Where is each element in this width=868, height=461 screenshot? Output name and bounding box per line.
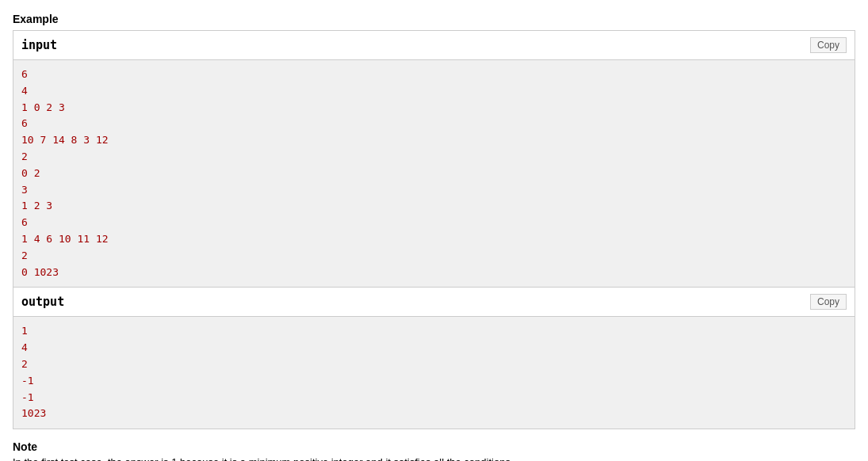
input-copy-button[interactable]: Copy — [810, 37, 847, 53]
note-text: In the first test case, the answer is 1 … — [13, 456, 855, 461]
example-label: Example — [13, 13, 855, 25]
output-section: output Copy 1 4 2 -1 -1 1023 — [13, 288, 855, 429]
output-copy-button[interactable]: Copy — [810, 294, 847, 310]
output-section-header: output Copy — [13, 288, 855, 317]
input-section-header: input Copy — [13, 31, 855, 60]
note-title: Note — [13, 440, 855, 453]
input-section-title: input — [21, 38, 57, 52]
example-container: input Copy 6 4 1 0 2 3 6 10 7 14 8 3 12 … — [13, 30, 855, 288]
output-content: 1 4 2 -1 -1 1023 — [13, 317, 855, 429]
note-section: Note In the first test case, the answer … — [13, 440, 855, 461]
input-content: 6 4 1 0 2 3 6 10 7 14 8 3 12 2 0 2 3 1 2… — [13, 60, 855, 287]
output-section-title: output — [21, 295, 64, 309]
